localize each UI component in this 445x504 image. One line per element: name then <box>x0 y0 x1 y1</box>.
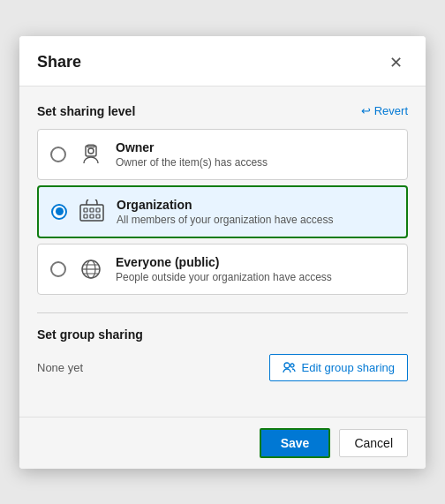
option-everyone[interactable]: Everyone (public) People outside your or… <box>37 244 408 295</box>
revert-icon: ↩ <box>361 104 371 117</box>
everyone-title: Everyone (public) <box>116 255 395 269</box>
dialog-title: Share <box>37 53 81 71</box>
option-owner[interactable]: Owner Owner of the item(s) has access <box>37 129 408 180</box>
none-yet-text: None yet <box>37 361 83 374</box>
edit-group-button[interactable]: Edit group sharing <box>269 354 408 381</box>
organization-text: Organization All members of your organiz… <box>117 198 394 226</box>
save-button[interactable]: Save <box>260 428 331 458</box>
radio-owner <box>50 147 66 162</box>
svg-rect-4 <box>84 208 87 212</box>
radio-inner <box>56 207 64 215</box>
revert-label: Revert <box>374 104 408 117</box>
sharing-level-label: Set sharing level <box>37 104 135 118</box>
owner-desc: Owner of the item(s) has access <box>116 156 395 169</box>
organization-desc: All members of your organization have ac… <box>117 214 394 226</box>
svg-rect-6 <box>96 208 100 212</box>
cancel-button[interactable]: Cancel <box>339 429 408 457</box>
radio-everyone <box>50 261 66 277</box>
close-button[interactable]: ✕ <box>383 50 408 75</box>
organization-icon <box>78 198 106 226</box>
svg-rect-5 <box>90 208 94 212</box>
sharing-options-list: Owner Owner of the item(s) has access <box>37 129 408 295</box>
svg-rect-9 <box>96 214 100 218</box>
edit-group-label: Edit group sharing <box>301 361 395 374</box>
dialog-header: Share ✕ <box>19 36 426 87</box>
svg-point-1 <box>88 148 94 154</box>
radio-organization <box>51 204 67 220</box>
section-divider <box>37 312 408 313</box>
option-organization[interactable]: Organization All members of your organiz… <box>37 185 408 238</box>
everyone-icon <box>77 255 105 283</box>
dialog-body: Set sharing level ↩ Revert <box>19 87 426 417</box>
edit-group-icon <box>283 361 296 374</box>
svg-point-13 <box>290 364 294 367</box>
dialog-footer: Save Cancel <box>19 417 426 469</box>
everyone-text: Everyone (public) People outside your or… <box>116 255 395 283</box>
organization-title: Organization <box>117 198 394 212</box>
svg-rect-7 <box>84 214 87 218</box>
revert-button[interactable]: ↩ Revert <box>361 104 408 117</box>
share-dialog: Share ✕ Set sharing level ↩ Revert <box>19 36 426 469</box>
owner-icon <box>77 140 105 169</box>
everyone-desc: People outside your organization have ac… <box>116 271 395 283</box>
sharing-level-header: Set sharing level ↩ Revert <box>37 104 408 118</box>
group-sharing-row: None yet Edit group sharing <box>37 354 408 381</box>
svg-rect-8 <box>90 214 94 218</box>
group-sharing-label: Set group sharing <box>37 327 408 342</box>
svg-point-12 <box>284 363 290 368</box>
owner-title: Owner <box>116 140 395 154</box>
owner-text: Owner Owner of the item(s) has access <box>116 140 395 169</box>
